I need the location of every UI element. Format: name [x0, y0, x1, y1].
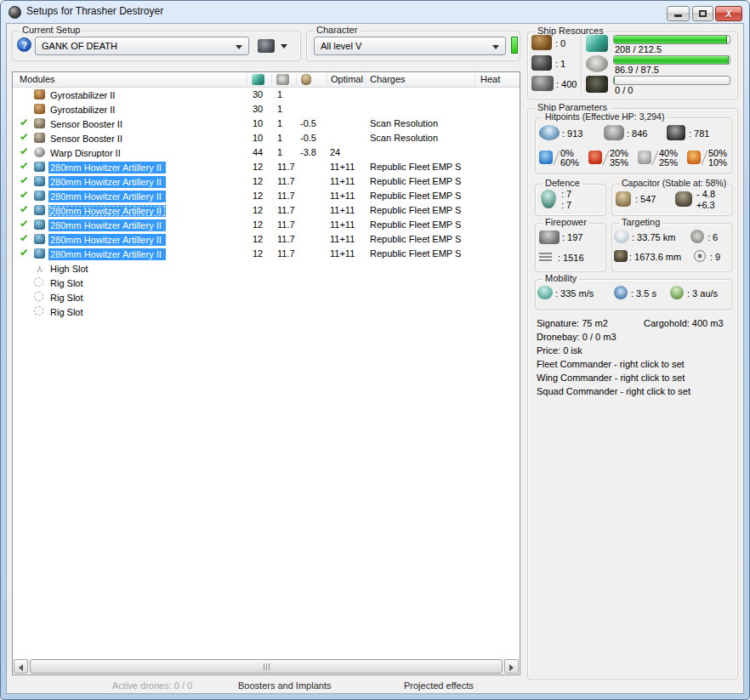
capacitor-icon: [616, 191, 631, 207]
module-optimal: 11+11: [330, 248, 355, 259]
character-label: Character: [314, 25, 360, 35]
scroll-left-button[interactable]: [14, 659, 28, 674]
ship-parameters-group: Ship Parameters Hitpoints (Effective HP:…: [527, 108, 738, 680]
dps-icon: [539, 251, 553, 265]
kinetic-resist-value: 25%: [659, 157, 678, 168]
shield-hp-icon: [539, 125, 560, 140]
app-icon[interactable]: [9, 6, 21, 19]
powergrid-value: 86.9 / 87.5: [615, 65, 659, 75]
table-row[interactable]: 280mm Howitzer Artillery II 12 11.7 11+1…: [13, 175, 520, 190]
max-targets-icon: [690, 230, 704, 243]
column-modules: Modules: [20, 74, 55, 84]
table-row[interactable]: Gyrostabilizer II 30 1: [13, 103, 520, 117]
fitted-check-icon: [19, 147, 29, 157]
module-name: 280mm Howitzer Artillery II: [48, 248, 166, 260]
module-name: 280mm Howitzer Artillery II: [48, 162, 166, 174]
current-setup-select[interactable]: GANK OF DEATH: [35, 37, 249, 55]
horizontal-scrollbar[interactable]: [14, 659, 519, 674]
table-row[interactable]: Rig Slot: [13, 291, 520, 305]
module-icon: [34, 133, 45, 143]
module-optimal: 11+11: [330, 191, 355, 201]
targeting-range-icon: [614, 230, 629, 243]
maximize-button[interactable]: [692, 6, 713, 21]
module-cpu: 12: [253, 248, 263, 259]
calibration-value: : 400: [556, 79, 577, 89]
module-powergrid: 11.7: [277, 191, 295, 201]
hitpoints-label: Hitpoints (Effective HP: 3,294): [543, 111, 667, 122]
drones-value: 0 / 0: [615, 85, 633, 95]
client-area: Current Setup ? GANK OF DEATH Character …: [6, 23, 744, 694]
active-drones-panel-header[interactable]: Active drones: 0 / 0: [112, 680, 192, 691]
close-button[interactable]: X: [715, 6, 742, 21]
module-charges: Republic Fleet EMP S: [370, 191, 461, 201]
module-name: 280mm Howitzer Artillery II: [48, 234, 166, 246]
table-row[interactable]: Gyrostabilizer II 30 1: [13, 88, 520, 103]
character-select[interactable]: All level V: [314, 37, 506, 55]
hull-hp-value: : 781: [689, 128, 709, 139]
minimize-button[interactable]: [667, 6, 690, 21]
ship-resources-group: Ship Resources : 0 : 1 : 400 208 / 212.5…: [527, 31, 738, 100]
column-heat: Heat: [480, 74, 500, 84]
scan-resolution-value: : 1673.6 mm: [629, 252, 681, 262]
table-row[interactable]: High Slot: [13, 262, 520, 276]
module-charges: Scan Resolution: [370, 133, 438, 143]
wing-commander-setting[interactable]: Wing Commander - right click to set: [537, 373, 685, 383]
scan-resolution-icon: [614, 250, 628, 262]
fleet-commander-setting[interactable]: Fleet Commander - right click to set: [537, 359, 685, 369]
table-row[interactable]: Sensor Booster II 10 1 -0.5 Scan Resolut…: [13, 117, 520, 132]
drone-icon: [586, 76, 608, 93]
max-velocity-value: : 335 m/s: [555, 288, 594, 299]
explosive-resist-icon: [687, 151, 701, 164]
table-row[interactable]: Sensor Booster II 10 1 -0.5 Scan Resolut…: [13, 132, 520, 146]
sensor-strength-value: : 9: [710, 252, 720, 262]
price-value: Price: 0 isk: [537, 345, 582, 356]
fitted-check-icon: [19, 248, 29, 259]
capacitor-group: Capacitor (Stable at: 58%) : 547 - 4.8+6…: [611, 184, 732, 216]
module-cpu: 12: [253, 176, 263, 186]
turret-hardpoints-icon: [531, 35, 552, 50]
powergrid-icon: [276, 74, 289, 85]
table-row[interactable]: 280mm Howitzer Artillery II 12 11.7 11+1…: [13, 219, 520, 233]
table-row[interactable]: 280mm Howitzer Artillery II 12 11.7 11+1…: [13, 190, 520, 204]
mobility-group: Mobility : 335 m/s : 3.5 s : 3 au/s: [535, 279, 732, 310]
projected-effects-panel-header[interactable]: Projected effects: [404, 680, 474, 691]
module-icon: [34, 162, 45, 172]
scrollbar-thumb[interactable]: [30, 659, 503, 674]
module-name: Gyrostabilizer II: [48, 104, 119, 116]
module-powergrid: 1: [277, 89, 282, 100]
capacitor-label: Capacitor (Stable at: 58%): [619, 178, 729, 188]
module-charges: Republic Fleet EMP S: [370, 234, 461, 244]
table-row[interactable]: 280mm Howitzer Artillery II 12 11.7 11+1…: [13, 248, 520, 262]
table-row[interactable]: Rig Slot: [13, 276, 520, 291]
chevron-down-icon: [492, 45, 499, 49]
table-row[interactable]: Rig Slot: [13, 305, 520, 320]
launcher-hardpoints-icon: [531, 55, 552, 71]
table-row[interactable]: 280mm Howitzer Artillery II 12 11.7 11+1…: [13, 204, 520, 219]
volley-icon: [539, 230, 560, 244]
powergrid-icon: [586, 55, 608, 72]
cap-peak-value: - 4.8: [696, 189, 715, 199]
boosters-implants-panel-header[interactable]: Boosters and Implants: [238, 680, 331, 691]
table-row[interactable]: 280mm Howitzer Artillery II 12 11.7 11+1…: [13, 233, 520, 248]
module-name: 280mm Howitzer Artillery II: [48, 205, 166, 217]
scrollbar-grip-icon: [266, 663, 267, 670]
module-name: Gyrostabilizer II: [48, 89, 119, 101]
table-row[interactable]: 280mm Howitzer Artillery II 12 11.7 11+1…: [13, 161, 520, 175]
fitted-check-icon: [19, 104, 29, 114]
character-value: All level V: [321, 41, 361, 51]
scroll-right-button[interactable]: [504, 659, 519, 674]
module-icon: [34, 191, 45, 201]
setup-menu-arrow-icon[interactable]: [281, 44, 287, 48]
titlebar[interactable]: Setups for Thrasher Destroyer X: [1, 1, 749, 23]
module-name: Sensor Booster II: [48, 118, 127, 130]
mobility-label: Mobility: [543, 273, 579, 283]
align-time-value: : 3.5 s: [631, 288, 656, 299]
setup-tools-icon[interactable]: [258, 39, 275, 53]
chevron-down-icon: [236, 45, 242, 49]
table-row[interactable]: Warp Disruptor II 44 1 -3.8 24: [13, 146, 520, 161]
em-resist-value: 60%: [560, 157, 579, 168]
module-charges: Republic Fleet EMP S: [370, 219, 461, 230]
squad-commander-setting[interactable]: Squad Commander - right click to set: [537, 386, 690, 396]
help-icon[interactable]: ?: [17, 37, 31, 52]
module-cpu: 12: [253, 162, 263, 172]
